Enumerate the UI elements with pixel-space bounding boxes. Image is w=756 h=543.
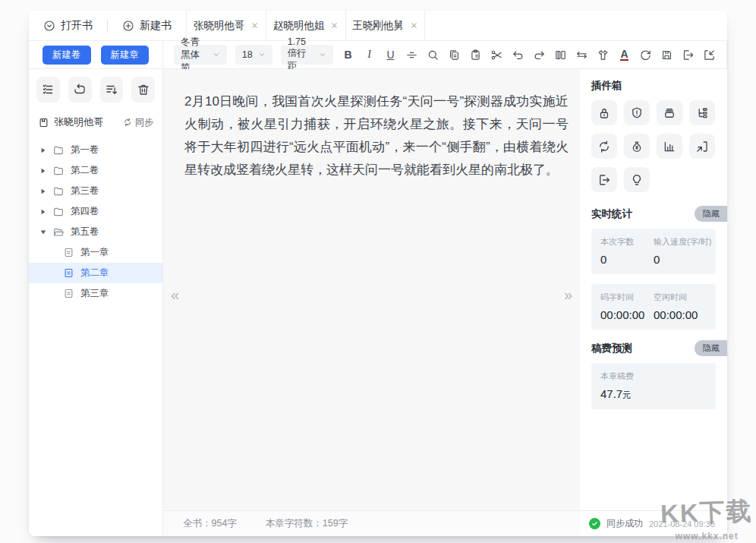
checklist-icon (41, 83, 55, 96)
chapter-tree: 第一卷 第二卷 第三卷 第四卷 (29, 137, 162, 304)
paste-icon (469, 49, 482, 62)
tree-volume-2[interactable]: 第二卷 (29, 160, 162, 181)
toolbar-format: 冬青黑体简 18 1.75倍行距 B I U A (163, 41, 727, 68)
folder-icon (52, 144, 65, 156)
trash-button[interactable] (131, 77, 155, 103)
stats-hide-button[interactable]: 隐藏 (695, 206, 727, 222)
history-button[interactable] (703, 45, 716, 65)
prev-chapter-button[interactable]: « (171, 287, 179, 302)
refresh-button[interactable] (639, 45, 652, 65)
shield-alert-plugin-button[interactable] (624, 100, 650, 125)
horizontal-rule-icon (405, 49, 418, 62)
lock-plugin-button[interactable] (591, 100, 617, 125)
close-icon[interactable] (330, 21, 339, 30)
tree-volume-1[interactable]: 第一卷 (29, 140, 162, 160)
stat-label: 空闲时间 (654, 292, 707, 303)
recycle-button[interactable] (68, 77, 92, 103)
stats-title: 实时统计 (591, 207, 632, 221)
font-family-select[interactable]: 冬青黑体简 (174, 45, 227, 65)
split-view-button[interactable] (554, 45, 567, 65)
caret-right-icon[interactable] (40, 209, 46, 215)
toolbar-left: 新建卷 新建章 (29, 41, 163, 68)
caret-right-icon[interactable] (40, 147, 46, 153)
tree-chapter-1[interactable]: 第一章 (29, 242, 162, 263)
sidebar-tools (29, 69, 162, 109)
folder-icon (52, 185, 65, 197)
tab-label: 王晓刚他舅 (352, 19, 404, 33)
document-icon (63, 267, 74, 279)
tree-volume-4[interactable]: 第四卷 (29, 201, 162, 222)
app-window: 打开书 新建书 张晓明他哥 赵晓明他姐 王晓刚他舅 (29, 11, 727, 536)
caret-right-icon[interactable] (40, 168, 46, 174)
redo-button[interactable] (533, 45, 546, 65)
bar-chart-plugin-button[interactable] (657, 134, 682, 159)
close-icon[interactable] (410, 21, 418, 30)
caret-down-icon[interactable] (40, 229, 46, 235)
folder-icon (52, 206, 65, 218)
horizontal-rule-button[interactable] (405, 45, 418, 65)
new-book-button[interactable]: 新建书 (108, 11, 186, 40)
cut-button[interactable] (490, 45, 503, 65)
new-chapter-button[interactable]: 新建章 (101, 46, 150, 65)
tree-label: 第五卷 (71, 226, 99, 238)
sort-descending-icon (105, 83, 118, 96)
light-bulb-icon (630, 173, 644, 187)
tree-label: 第一章 (80, 246, 109, 259)
underline-button[interactable]: U (384, 45, 397, 65)
chapter-text[interactable]: 2月10日晚间，我国首次火星探测任务“天问一号”探测器成功实施近火制动，被火星引… (184, 90, 569, 182)
trash-icon (137, 83, 150, 96)
stat-value: 0 (600, 253, 654, 266)
bold-button[interactable]: B (342, 45, 354, 65)
stats-card-time: 码字时间 00:00:00 空闲时间 00:00:00 (591, 284, 716, 330)
stat-label: 输入速度(字/时) (654, 236, 707, 248)
save-button[interactable] (660, 45, 673, 65)
font-size-value: 18 (242, 49, 253, 60)
font-color-button[interactable]: A (618, 45, 631, 65)
outline-tree-plugin-button[interactable] (689, 100, 715, 125)
editor-content-area[interactable]: 2月10日晚间，我国首次火星探测任务“天问一号”探测器成功实施近火制动，被火星引… (163, 69, 580, 510)
money-bag-plugin-button[interactable] (624, 134, 650, 159)
tree-volume-5[interactable]: 第五卷 (29, 222, 162, 242)
italic-button[interactable]: I (363, 45, 376, 65)
book-name: 张晓明他哥 (54, 115, 103, 129)
close-icon[interactable] (250, 21, 259, 30)
current-book-row[interactable]: 张晓明他哥 同步 (29, 109, 162, 137)
tree-volume-3[interactable]: 第三卷 (29, 181, 162, 201)
shield-alert-icon (630, 106, 644, 120)
sync-plugin-button[interactable] (591, 134, 617, 159)
theme-button[interactable] (597, 45, 610, 65)
sync-arrows-icon (597, 140, 611, 153)
page-width-button[interactable] (575, 45, 588, 65)
tab-book-3[interactable]: 王晓刚他舅 (345, 11, 425, 40)
sort-descending-button[interactable] (100, 77, 124, 103)
new-volume-button[interactable]: 新建卷 (43, 46, 91, 65)
export-plugin-button[interactable] (591, 167, 617, 192)
next-chapter-button[interactable]: » (564, 287, 572, 302)
tree-chapter-3[interactable]: 第三章 (29, 283, 162, 304)
import-plugin-button[interactable] (689, 134, 715, 159)
sync-book-button[interactable]: 同步 (123, 116, 153, 129)
tree-label: 第三章 (80, 287, 109, 300)
tree-label: 第一卷 (71, 144, 99, 156)
archive-box-icon (663, 106, 676, 120)
line-spacing-select[interactable]: 1.75倍行距 (281, 45, 333, 65)
fee-hide-button[interactable]: 隐藏 (695, 340, 727, 356)
main-body: 张晓明他哥 同步 第一卷 第二卷 (29, 69, 727, 536)
copy-button[interactable] (448, 45, 461, 65)
plugin-panel: 插件箱 实时统计 隐藏 (580, 69, 727, 536)
open-book-button[interactable]: 打开书 (29, 11, 107, 40)
undo-button[interactable] (512, 45, 524, 65)
export-button[interactable] (682, 45, 695, 65)
tree-chapter-2-selected[interactable]: 第二章 (29, 263, 162, 283)
checklist-button[interactable] (36, 77, 60, 103)
font-family-value: 冬青黑体简 (181, 36, 207, 74)
archive-box-plugin-button[interactable] (657, 100, 682, 125)
outline-tree-icon (695, 106, 709, 120)
caret-right-icon[interactable] (40, 188, 46, 194)
light-bulb-plugin-button[interactable] (624, 167, 650, 192)
paste-button[interactable] (469, 45, 482, 65)
search-icon (427, 49, 439, 62)
search-button[interactable] (427, 45, 439, 65)
font-size-select[interactable]: 18 (235, 45, 272, 65)
chevron-down-icon (258, 51, 266, 58)
